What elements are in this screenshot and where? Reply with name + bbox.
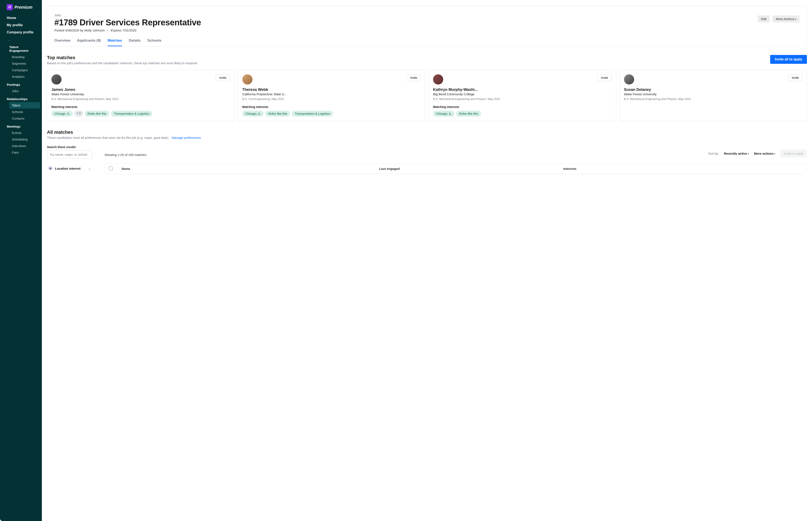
tab-overview[interactable]: Overview bbox=[54, 39, 70, 46]
more-actions-button[interactable]: More Actions bbox=[772, 16, 799, 22]
search-input[interactable] bbox=[47, 151, 93, 159]
match-card: Invite James Jones Wake Forest Universit… bbox=[47, 70, 235, 121]
tab-details[interactable]: Details bbox=[129, 39, 141, 46]
table-header-last-engaged[interactable]: Last engaged bbox=[379, 167, 563, 171]
job-tabs: Overview Applicants (8) Matches Details … bbox=[54, 39, 799, 46]
pill-industry: Transportation & Logistics bbox=[292, 111, 333, 117]
candidate-school: Wake Forest University bbox=[624, 92, 803, 96]
table-header-check bbox=[109, 166, 122, 171]
more-actions-dropdown[interactable]: More actions bbox=[754, 152, 776, 155]
location-badge-icon: ✿ bbox=[48, 166, 53, 169]
nav-campaigns[interactable]: Campaigns bbox=[0, 67, 42, 73]
nav-schools[interactable]: Schools bbox=[0, 109, 42, 115]
nav-segments[interactable]: Segments bbox=[0, 60, 42, 67]
match-cards: Invite James Jones Wake Forest Universit… bbox=[47, 70, 807, 121]
filter-row: Search these results Showing 1-25 of 100… bbox=[47, 145, 807, 159]
search-block: Search these results bbox=[47, 145, 93, 159]
all-matches-section: All matches These candidates meet all pr… bbox=[47, 130, 807, 174]
brand-logo-icon: H bbox=[7, 4, 13, 10]
posted-meta: Posted 4/30/2020 by Molly Johnson bbox=[54, 28, 105, 32]
candidate-name[interactable]: Susan Delaney bbox=[624, 88, 803, 92]
right-controls: Sort by: Recently active More actions In… bbox=[708, 150, 807, 159]
select-all-checkbox[interactable] bbox=[109, 166, 113, 170]
sidebar: H Premium Home My profile Company profil… bbox=[0, 0, 42, 521]
nav-branding[interactable]: Branding bbox=[0, 54, 42, 60]
nav-section-meetings: Meetings bbox=[0, 122, 42, 130]
interest-pills: Chicago, IL Roles like this bbox=[433, 111, 612, 117]
nav-analytics[interactable]: Analytics bbox=[0, 73, 42, 80]
match-card: Invite Theresa Webb California Polytechn… bbox=[238, 70, 425, 121]
nav-section-talent-engagement: Talent Engagement bbox=[0, 44, 42, 54]
all-matches-title: All matches bbox=[47, 130, 807, 135]
match-card: Invite Kathryn Murphy-Washi... Big Bend … bbox=[429, 70, 616, 121]
nav-section-relationships: Relationships bbox=[0, 94, 42, 102]
invite-button[interactable]: Invite bbox=[788, 74, 803, 81]
pill-location: Chicago, IL bbox=[242, 111, 264, 117]
tab-applicants[interactable]: Applicants (8) bbox=[77, 39, 101, 46]
invite-button[interactable]: Invite bbox=[597, 74, 612, 81]
nav-jobs[interactable]: Jobs bbox=[0, 88, 42, 94]
nav-events[interactable]: Events bbox=[0, 130, 42, 136]
invite-button[interactable]: Invite bbox=[216, 74, 230, 81]
meta-dot: • bbox=[107, 28, 108, 32]
manage-preferences-link[interactable]: Manage preferences bbox=[172, 136, 201, 139]
nav-contacts[interactable]: Contacts bbox=[0, 115, 42, 122]
interest-pills: Chicago, IL Roles like this Transportati… bbox=[242, 111, 421, 117]
interests-label: Matching interests bbox=[433, 105, 612, 109]
tab-schools[interactable]: Schools bbox=[147, 39, 161, 46]
nav-talent[interactable]: Talent bbox=[9, 102, 40, 109]
pill-roles: Roles like this bbox=[85, 111, 109, 117]
tab-matches[interactable]: Matches bbox=[108, 39, 122, 46]
chevron-down-icon: ⌄ bbox=[88, 167, 91, 169]
pill-roles: Roles like this bbox=[265, 111, 290, 117]
pill-more[interactable]: + 2 bbox=[74, 111, 83, 117]
nav-scheduling[interactable]: Scheduling bbox=[0, 136, 42, 143]
brand-logo[interactable]: H Premium bbox=[0, 4, 42, 14]
pill-industry: Transportation & Logistics bbox=[111, 111, 152, 117]
candidate-name[interactable]: Kathryn Murphy-Washi... bbox=[433, 88, 612, 92]
table-header-interests[interactable]: Interests bbox=[563, 167, 803, 171]
top-matches-section: Top matches Based on this job's preferen… bbox=[47, 55, 807, 121]
table-header: Name Last engaged Interests bbox=[105, 163, 807, 174]
table-header-name[interactable]: Name bbox=[122, 167, 379, 171]
interests-label: Matching interests bbox=[242, 105, 421, 109]
avatar[interactable] bbox=[51, 74, 62, 85]
nav-my-profile[interactable]: My profile bbox=[0, 22, 42, 29]
sort-dropdown[interactable]: Recently active bbox=[724, 152, 749, 155]
candidate-name[interactable]: Theresa Webb bbox=[242, 88, 421, 92]
invite-button[interactable]: Invite bbox=[407, 74, 421, 81]
job-meta: Posted 4/30/2020 by Molly Johnson • Expi… bbox=[54, 28, 201, 32]
page-title: #1789 Driver Services Representative bbox=[54, 18, 201, 27]
avatar[interactable] bbox=[624, 74, 634, 85]
results-count: Showing 1-25 of 100 matches bbox=[104, 153, 146, 159]
avatar[interactable] bbox=[433, 74, 443, 85]
all-matches-subtitle: These candidates meet all preferences th… bbox=[47, 136, 807, 139]
edit-button[interactable]: Edit bbox=[758, 16, 770, 22]
candidate-school: California Polytechnic State U... bbox=[242, 92, 421, 96]
nav-section-postings: Postings bbox=[0, 80, 42, 88]
candidate-degree: B.S. Mechanical Engineering and Physics,… bbox=[624, 97, 803, 101]
candidate-school: Big Bend Community College bbox=[433, 92, 612, 96]
candidate-name[interactable]: James Jones bbox=[51, 88, 230, 92]
interests-label: Matching interests bbox=[51, 105, 230, 109]
invite-to-apply-button: Invite to apply bbox=[781, 150, 807, 157]
search-label: Search these results bbox=[47, 145, 93, 149]
nav-fairs[interactable]: Fairs bbox=[0, 149, 42, 156]
nav-company-profile[interactable]: Company profile bbox=[0, 29, 42, 36]
filter-location-interest[interactable]: ✿ Location interest ⌄ bbox=[47, 164, 93, 169]
brand-logo-text: Premium bbox=[14, 5, 33, 10]
top-matches-title: Top matches bbox=[47, 55, 198, 61]
matches-table: Name Last engaged Interests bbox=[104, 163, 807, 174]
nav-interviews[interactable]: Interviews bbox=[0, 143, 42, 149]
invite-all-button[interactable]: Invite all to apply bbox=[770, 55, 807, 64]
pill-location: Chicago, IL bbox=[433, 111, 454, 117]
breadcrumb[interactable]: Jobs bbox=[54, 13, 201, 17]
top-matches-subtitle: Based on this job's preferences and the … bbox=[47, 61, 198, 65]
job-header-card: Jobs #1789 Driver Services Representativ… bbox=[47, 6, 807, 46]
main-content: Jobs #1789 Driver Services Representativ… bbox=[42, 0, 812, 521]
candidate-school: Wake Forest University bbox=[51, 92, 230, 96]
header-actions: Edit More Actions bbox=[758, 13, 799, 22]
avatar[interactable] bbox=[242, 74, 253, 85]
candidate-degree: B.S. Mechanical Engineering and Physics,… bbox=[433, 97, 612, 101]
nav-home[interactable]: Home bbox=[0, 14, 42, 22]
